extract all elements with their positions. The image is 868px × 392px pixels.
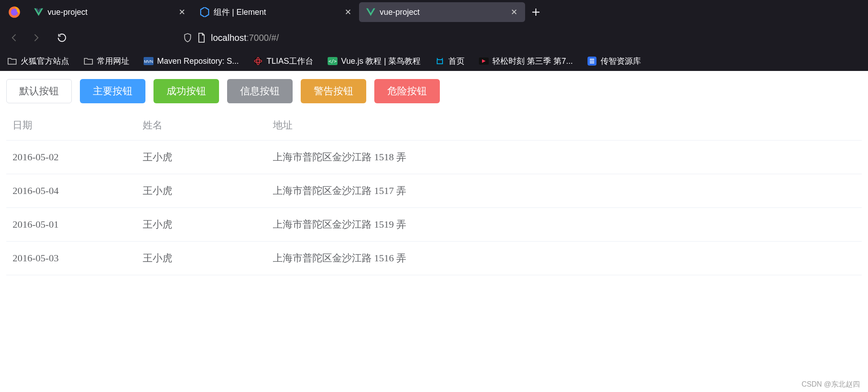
success-button[interactable]: 成功按钮 xyxy=(153,79,219,103)
close-icon[interactable]: ✕ xyxy=(510,8,518,16)
element-icon xyxy=(200,7,209,17)
tab-2[interactable]: vue-project ✕ xyxy=(359,2,525,22)
table-header-name: 姓名 xyxy=(136,110,267,141)
url-host: localhost xyxy=(211,33,246,43)
info-button[interactable]: 信息按钮 xyxy=(227,79,293,103)
table-row[interactable]: 2016-05-02 王小虎 上海市普陀区金沙江路 1518 弄 xyxy=(6,141,862,174)
cell-address: 上海市普陀区金沙江路 1518 弄 xyxy=(267,141,862,174)
cell-date: 2016-05-01 xyxy=(6,208,136,242)
bookmark-4[interactable]: </> Vue.js 教程 | 菜鸟教程 xyxy=(325,54,423,68)
button-row: 默认按钮 主要按钮 成功按钮 信息按钮 警告按钮 危险按钮 xyxy=(6,79,862,103)
svg-text:</>: </> xyxy=(329,59,337,64)
cell-name: 王小虎 xyxy=(136,208,267,242)
bookmark-label: 传智资源库 xyxy=(601,56,641,66)
nav-bar: localhost:7000/#/ xyxy=(0,24,868,51)
new-tab-button[interactable] xyxy=(528,4,544,20)
url-bar[interactable]: localhost:7000/#/ xyxy=(178,28,284,48)
bookmark-label: 火狐官方站点 xyxy=(21,56,69,66)
bookmark-3[interactable]: TLIAS工作台 xyxy=(250,54,316,68)
close-icon[interactable]: ✕ xyxy=(344,8,352,16)
tab-0[interactable]: vue-project ✕ xyxy=(27,2,193,22)
tab-label: 组件 | Element xyxy=(214,7,339,18)
tlias-icon xyxy=(253,56,263,66)
bookmark-5[interactable]: 首页 xyxy=(432,54,467,68)
cell-address: 上海市普陀区金沙江路 1517 弄 xyxy=(267,174,862,208)
cell-date: 2016-05-02 xyxy=(6,141,136,174)
folder-icon xyxy=(7,56,17,66)
svg-rect-21 xyxy=(590,62,594,63)
tab-strip: vue-project ✕ 组件 | Element ✕ vue-project… xyxy=(0,0,868,24)
bilibili-icon xyxy=(435,56,445,66)
tab-label: vue-project xyxy=(380,8,505,17)
bookmark-label: TLIAS工作台 xyxy=(267,56,313,66)
page-icon xyxy=(197,33,206,43)
danger-button[interactable]: 危险按钮 xyxy=(374,79,440,103)
table-row[interactable]: 2016-05-03 王小虎 上海市普陀区金沙江路 1516 弄 xyxy=(6,242,862,275)
maven-icon: MVN xyxy=(144,56,153,66)
default-button[interactable]: 默认按钮 xyxy=(6,79,72,103)
back-button[interactable] xyxy=(5,29,23,47)
close-icon[interactable]: ✕ xyxy=(178,8,186,16)
cell-date: 2016-05-04 xyxy=(6,174,136,208)
bookmark-7[interactable]: 传智资源库 xyxy=(584,54,644,68)
reload-button[interactable] xyxy=(53,29,71,47)
tab-label: vue-project xyxy=(48,8,173,17)
bookmark-label: 首页 xyxy=(448,56,465,66)
warning-button[interactable]: 警告按钮 xyxy=(301,79,366,103)
bookmark-label: 轻松时刻 第三季 第7... xyxy=(492,56,573,66)
cell-name: 王小虎 xyxy=(136,141,267,174)
runoob-icon: </> xyxy=(328,56,338,66)
table-header-row: 日期 姓名 地址 xyxy=(6,110,862,141)
bookmark-1[interactable]: 常用网址 xyxy=(81,54,132,68)
folder-icon xyxy=(83,56,93,66)
svg-rect-19 xyxy=(590,59,594,60)
data-table: 日期 姓名 地址 2016-05-02 王小虎 上海市普陀区金沙江路 1518 … xyxy=(6,110,862,275)
cell-name: 王小虎 xyxy=(136,174,267,208)
tab-1[interactable]: 组件 | Element ✕ xyxy=(193,2,359,22)
bookmark-label: Maven Repository: S... xyxy=(157,57,239,66)
svg-point-11 xyxy=(254,57,262,65)
browser-chrome: vue-project ✕ 组件 | Element ✕ vue-project… xyxy=(0,0,868,71)
bookmark-6[interactable]: 轻松时刻 第三季 第7... xyxy=(476,54,575,68)
table-row[interactable]: 2016-05-01 王小虎 上海市普陀区金沙江路 1519 弄 xyxy=(6,208,862,242)
cell-address: 上海市普陀区金沙江路 1516 弄 xyxy=(267,242,862,275)
primary-button[interactable]: 主要按钮 xyxy=(80,79,145,103)
svg-rect-20 xyxy=(590,61,594,62)
url-path: :7000/#/ xyxy=(246,33,279,43)
cell-date: 2016-05-03 xyxy=(6,242,136,275)
bookmark-label: Vue.js 教程 | 菜鸟教程 xyxy=(341,56,421,66)
forward-button[interactable] xyxy=(27,29,45,47)
firefox-logo-icon xyxy=(8,6,21,18)
page-content: 默认按钮 主要按钮 成功按钮 信息按钮 警告按钮 危险按钮 日期 姓名 地址 2… xyxy=(0,71,868,283)
svg-text:MVN: MVN xyxy=(144,59,153,64)
bookmark-label: 常用网址 xyxy=(97,56,129,66)
cell-name: 王小虎 xyxy=(136,242,267,275)
svg-marker-4 xyxy=(201,7,209,17)
youku-icon xyxy=(479,56,489,66)
chuanzhi-icon xyxy=(587,56,597,66)
cell-address: 上海市普陀区金沙江路 1519 弄 xyxy=(267,208,862,242)
bookmark-0[interactable]: 火狐官方站点 xyxy=(4,54,72,68)
table-header-date: 日期 xyxy=(6,110,136,141)
vue-icon xyxy=(366,8,375,16)
url-text: localhost:7000/#/ xyxy=(211,33,279,43)
table-row[interactable]: 2016-05-04 王小虎 上海市普陀区金沙江路 1517 弄 xyxy=(6,174,862,208)
bookmarks-bar: 火狐官方站点 常用网址 MVN Maven Repository: S... T… xyxy=(0,51,868,71)
table-header-address: 地址 xyxy=(267,110,862,141)
bookmark-2[interactable]: MVN Maven Repository: S... xyxy=(141,54,241,68)
vue-icon xyxy=(34,8,43,16)
shield-icon xyxy=(183,33,192,43)
